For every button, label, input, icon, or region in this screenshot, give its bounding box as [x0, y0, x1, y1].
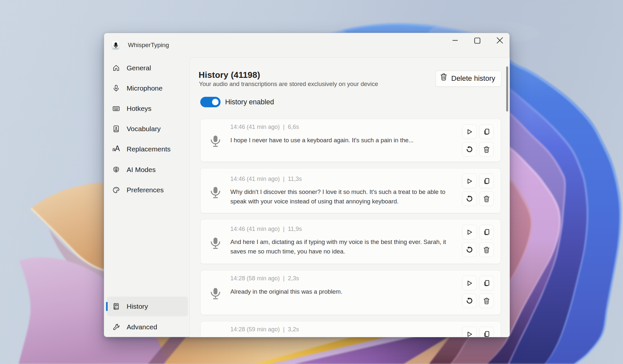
svg-text:A: A	[115, 146, 120, 153]
